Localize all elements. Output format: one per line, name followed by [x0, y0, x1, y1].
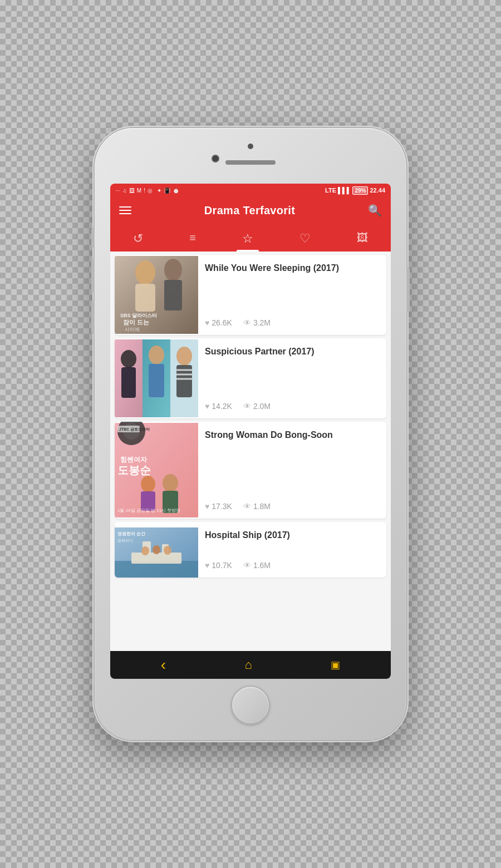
svg-point-13	[149, 346, 164, 364]
likes-1: ♥ 26.6K	[205, 318, 232, 327]
camera-lens	[212, 155, 219, 162]
star-icon: ☆	[242, 231, 253, 246]
svg-text:영원한의 순간: 영원한의 순간	[117, 531, 146, 536]
likes-2: ♥ 14.2K	[205, 402, 232, 411]
heart-icon-2: ♥	[205, 402, 209, 411]
phone-frame: ··· ♫ 🖼 M ! ◎ ✦ 📳 ⏰ LTE ▌▌▌ 29% 22.44	[95, 128, 406, 740]
likes-3: ♥ 17.3K	[205, 502, 232, 511]
power-button[interactable]	[406, 267, 410, 312]
page-title: Drama Terfavorit	[204, 204, 295, 217]
back-button[interactable]: ‹	[154, 654, 173, 676]
menu-button[interactable]	[119, 206, 131, 214]
likes-4: ♥ 10.7K	[205, 561, 232, 570]
heart-icon: ♡	[299, 231, 311, 246]
bottom-nav: ‹ ⌂ ▣	[110, 651, 391, 679]
svg-point-15	[176, 347, 192, 366]
drama-thumb-2	[115, 338, 198, 418]
svg-text:잠이 드는: 잠이 드는	[123, 319, 149, 326]
svg-text:JTBC 금토드라마: JTBC 금토드라마	[119, 427, 150, 432]
list-icon: ≡	[189, 231, 196, 244]
battery-percent: 29%	[355, 188, 366, 194]
views-3: 👁 1.8M	[243, 502, 271, 511]
search-button[interactable]: 🔍	[368, 204, 382, 217]
svg-point-3	[164, 259, 182, 281]
signal-bars: ▌▌▌	[338, 187, 351, 194]
recent-icon: ↺	[133, 231, 143, 246]
vibrate-icon: 📳	[164, 188, 170, 194]
drama-stats-4: ♥ 10.7K 👁 1.6M	[205, 561, 380, 570]
status-left-icons: ··· ♫ 🖼 M ! ◎ ✦ 📳 ⏰	[116, 188, 179, 194]
drama-title-1: While You Were Sleeping (2017)	[205, 263, 380, 274]
heart-icon-4: ♥	[205, 561, 209, 570]
heart-icon-3: ♥	[205, 502, 209, 511]
mute-button[interactable]	[91, 228, 95, 248]
bluetooth-icon: ✦	[157, 188, 161, 194]
gmail-icon: M	[137, 188, 141, 194]
svg-rect-12	[121, 367, 136, 398]
views-1: 👁 3.2M	[243, 318, 271, 327]
image-icon: 🖼	[129, 188, 135, 194]
status-bar: ··· ♫ 🖼 M ! ◎ ✦ 📳 ⏰ LTE ▌▌▌ 29% 22.44	[110, 184, 391, 197]
lte-label: LTE	[325, 187, 336, 194]
drama-stats-1: ♥ 26.6K 👁 3.2M	[205, 318, 380, 327]
drama-stats-2: ♥ 14.2K 👁 2.0M	[205, 402, 380, 411]
drama-info-1: While You Were Sleeping (2017) ♥ 26.6K 👁…	[198, 255, 386, 335]
likes-count-3: 17.3K	[212, 502, 232, 511]
drama-thumb-4: 영원한의 순간 항해하다	[115, 522, 198, 578]
svg-rect-4	[164, 280, 182, 310]
notification-dots: ···	[116, 188, 120, 194]
home-button[interactable]	[231, 685, 270, 724]
tab-gallery[interactable]: 🖼	[346, 228, 379, 251]
likes-count-1: 26.6K	[212, 318, 232, 327]
drama-card-2[interactable]: Suspicious Partner (2017) ♥ 14.2K 👁 2.0M	[115, 338, 386, 418]
drama-info-4: Hospital Ship (2017) ♥ 10.7K 👁 1.6M	[198, 522, 386, 578]
front-camera	[248, 144, 253, 149]
views-count-4: 1.6M	[253, 561, 271, 570]
svg-rect-2	[135, 284, 155, 312]
status-right-info: LTE ▌▌▌ 29% 22.44	[325, 186, 385, 195]
views-count-2: 2.0M	[253, 402, 271, 411]
drama-card-4[interactable]: 영원한의 순간 항해하다 Hospital Ship (2017) ♥ 10.7…	[115, 522, 386, 578]
alarm-icon: ⏰	[173, 188, 179, 194]
clock: 22.44	[370, 187, 385, 194]
drama-info-3: Strong Woman Do Bong-Soon ♥ 17.3K 👁 1.8M	[198, 422, 386, 519]
svg-point-11	[121, 350, 136, 368]
instagram-icon: ◎	[148, 188, 153, 194]
tab-favorites[interactable]: ♡	[288, 228, 322, 251]
svg-point-39	[164, 546, 171, 555]
drama-thumb-1: SBS 달라이스터 잠이 드는 사이에	[115, 255, 198, 335]
likes-count-2: 14.2K	[212, 402, 232, 411]
content-area: SBS 달라이스터 잠이 드는 사이에 While You Were Sleep…	[110, 251, 391, 651]
speaker	[225, 160, 276, 165]
drama-stats-3: ♥ 17.3K 👁 1.8M	[205, 502, 380, 511]
heart-icon-1: ♥	[205, 318, 209, 327]
home-button-nav[interactable]: ⌂	[238, 655, 259, 674]
svg-text:SBS 달라이스터: SBS 달라이스터	[120, 313, 157, 318]
drama-card-3[interactable]: JTBC 금토드라마 힘쎈여자 도봉순 2월 24일 금요일 밤 11시 첫방영	[115, 422, 386, 519]
drama-title-2: Suspicious Partner (2017)	[205, 346, 380, 358]
svg-point-1	[135, 260, 155, 285]
svg-point-27	[141, 476, 155, 492]
drama-title-3: Strong Woman Do Bong-Soon	[205, 430, 380, 441]
tab-bar: ↺ ≡ ☆ ♡ 🖼	[110, 224, 391, 251]
recents-button[interactable]: ▣	[324, 657, 347, 673]
svg-point-38	[153, 545, 160, 554]
svg-text:항해하다: 항해하다	[117, 539, 133, 542]
drama-card-1[interactable]: SBS 달라이스터 잠이 드는 사이에 While You Were Sleep…	[115, 255, 386, 335]
drama-info-2: Suspicious Partner (2017) ♥ 14.2K 👁 2.0M	[198, 338, 386, 418]
eye-icon-1: 👁	[243, 318, 251, 327]
eye-icon-4: 👁	[243, 561, 251, 570]
volume-up-button[interactable]	[91, 259, 95, 292]
spotify-icon: ♫	[122, 188, 127, 194]
tab-list[interactable]: ≡	[178, 228, 207, 251]
views-count-1: 3.2M	[253, 318, 271, 327]
svg-text:힘쎈여자: 힘쎈여자	[120, 456, 148, 463]
likes-count-4: 10.7K	[212, 561, 232, 570]
svg-text:2월 24일 금요일 밤 11시 첫방영: 2월 24일 금요일 밤 11시 첫방영	[117, 508, 180, 513]
tab-star[interactable]: ☆	[231, 228, 264, 251]
alert-icon: !	[144, 188, 145, 194]
eye-icon-2: 👁	[243, 402, 251, 411]
svg-rect-14	[149, 364, 164, 397]
volume-down-button[interactable]	[91, 300, 95, 334]
tab-recent[interactable]: ↺	[122, 228, 154, 251]
